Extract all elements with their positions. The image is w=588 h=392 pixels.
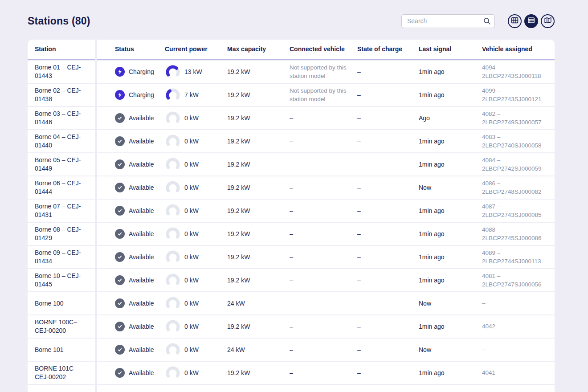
map-view-button[interactable] bbox=[541, 14, 555, 28]
station-name-cell[interactable]: Borne 100 bbox=[28, 292, 95, 314]
connected-vehicle-cell: – bbox=[290, 230, 357, 238]
max-capacity-value: 19.2 kW bbox=[227, 184, 250, 191]
status-cell: Available bbox=[115, 136, 165, 146]
status-label: Available bbox=[129, 138, 154, 145]
station-name-cell[interactable]: Borne 06 – CEJ-01444 bbox=[28, 176, 95, 199]
grid-view-button[interactable] bbox=[508, 14, 522, 28]
current-power-cell: 0 kW bbox=[165, 227, 227, 241]
available-check-icon bbox=[117, 347, 122, 352]
state-of-charge-value: – bbox=[357, 253, 361, 261]
state-of-charge-cell: – bbox=[357, 207, 419, 215]
state-of-charge-cell: – bbox=[357, 91, 419, 99]
station-details-cell[interactable]: Available 0 kW 24 kW – – Now bbox=[97, 292, 555, 314]
status-cell: Available bbox=[115, 275, 165, 285]
list-view-button[interactable] bbox=[524, 14, 538, 28]
connected-vehicle-cell: Not supported by this station model bbox=[290, 86, 357, 103]
power-gauge bbox=[165, 111, 181, 125]
view-toggle-group bbox=[508, 14, 555, 28]
table-row[interactable]: Borne 100 Available 0 kW bbox=[28, 292, 555, 314]
table-row[interactable]: Borne 03 – CEJ-01446 Available bbox=[28, 107, 555, 129]
max-capacity-cell: 24 kW bbox=[227, 299, 290, 307]
max-capacity-cell: 19.2 kW bbox=[227, 276, 290, 284]
vehicle-assigned-cell: – bbox=[482, 345, 555, 354]
station-details-cell[interactable]: Available 0 kW 19.2 kW – – 1min ago bbox=[97, 246, 555, 268]
table-row[interactable]: Borne 07 – CEJ-01431 Available bbox=[28, 200, 555, 222]
station-name-cell[interactable]: Borne 04 – CEJ-01440 bbox=[28, 130, 95, 152]
connected-vehicle-cell: – bbox=[290, 369, 357, 377]
last-signal-cell: 1min ago bbox=[419, 276, 482, 284]
max-capacity-cell: 19.2 kW bbox=[227, 114, 290, 122]
available-check-icon bbox=[117, 115, 122, 121]
max-capacity-value: 19.2 kW bbox=[227, 91, 250, 98]
table-row[interactable]: Borne 10 – CEJ-01445 Available bbox=[28, 269, 555, 291]
station-details-cell[interactable]: Available 0 kW 19.2 kW – – 1min ago bbox=[97, 315, 555, 338]
station-details-cell[interactable]: Available 0 kW 19.2 kW – – 1min ago bbox=[97, 130, 555, 152]
station-name-cell[interactable]: Borne 09 – CEJ-01434 bbox=[28, 246, 95, 268]
vehicle-assigned-value: – bbox=[482, 346, 486, 353]
station-details-cell[interactable]: Available 0 kW 19.2 kW – – 1min ago bbox=[97, 223, 555, 245]
station-name-cell[interactable]: BORNE 100C– CEJ-00200 bbox=[28, 315, 95, 338]
table-row[interactable]: Borne 04 – CEJ-01440 Available bbox=[28, 130, 555, 152]
state-of-charge-cell: – bbox=[357, 160, 419, 168]
station-name-cell[interactable]: Borne 07 – CEJ-01431 bbox=[28, 200, 95, 222]
station-name-cell[interactable]: Borne 03 – CEJ-01446 bbox=[28, 107, 95, 129]
available-check-icon bbox=[117, 139, 122, 144]
status-cell: Available bbox=[115, 113, 165, 123]
station-name-cell[interactable]: Borne 01 – CEJ-01443 bbox=[28, 61, 95, 83]
connected-vehicle-value: – bbox=[290, 138, 293, 145]
status-cell: Available bbox=[115, 322, 165, 331]
status-badge bbox=[115, 229, 125, 239]
search-input[interactable] bbox=[401, 14, 495, 28]
table-row[interactable]: Borne 05 – CEJ-01449 Available bbox=[28, 153, 555, 176]
station-details-cell[interactable]: Available 0 kW 19.2 kW – – Ago bbox=[97, 107, 555, 129]
status-badge bbox=[115, 136, 125, 146]
connected-vehicle-cell: – bbox=[290, 114, 357, 122]
station-details-cell[interactable]: Available 0 kW 19.2 kW – – Now bbox=[97, 176, 555, 199]
station-details-cell[interactable]: Available 0 kW 19.2 kW – – 1min ago bbox=[97, 200, 555, 222]
station-name-cell[interactable]: Borne 02 – CEJ-01438 bbox=[28, 84, 95, 106]
max-capacity-value: 19.2 kW bbox=[227, 207, 250, 214]
station-details-cell[interactable]: Charging 7 kW 19.2 kW Not supported by t… bbox=[97, 84, 555, 106]
state-of-charge-value: – bbox=[357, 230, 361, 237]
last-signal-cell: Now bbox=[419, 184, 482, 192]
table-row[interactable]: Borne 101 Available 0 kW bbox=[28, 339, 555, 361]
station-details-cell[interactable]: Available 0 kW 24 kW – – Now bbox=[97, 339, 555, 361]
status-cell: Available bbox=[115, 229, 165, 239]
station-name-cell[interactable]: Borne 10 – CEJ-01445 bbox=[28, 269, 95, 291]
status-label: Available bbox=[129, 323, 154, 330]
status-cell: Available bbox=[115, 206, 165, 216]
current-power-value: 0 kW bbox=[184, 138, 199, 145]
table-row[interactable]: BORNE 100C– CEJ-00200 Available bbox=[28, 315, 555, 338]
status-badge bbox=[115, 252, 125, 262]
station-details-cell[interactable]: Charging 13 kW 19.2 kW Not supported by … bbox=[97, 61, 555, 83]
last-signal-value: Now bbox=[419, 184, 431, 191]
vehicle-assigned-cell: 4082 – 2LBCP2749SJ000057 bbox=[482, 110, 555, 127]
current-power-cell: 7 kW bbox=[165, 88, 227, 102]
station-name-cell[interactable]: Borne 101 bbox=[28, 339, 95, 361]
table-row[interactable]: BORNE 101C – CEJ-00202 Available bbox=[28, 362, 555, 384]
power-gauge bbox=[165, 366, 181, 380]
status-cell: Available bbox=[115, 298, 165, 308]
state-of-charge-cell: – bbox=[357, 299, 419, 307]
station-name-cell[interactable]: BORNE 101C – CEJ-00202 bbox=[28, 362, 95, 384]
power-gauge bbox=[165, 227, 181, 241]
vehicle-assigned-value: 4088 – 2LBCP2745SJ000086 bbox=[482, 226, 542, 241]
table-row[interactable]: Borne 02 – CEJ-01438 Charging bbox=[28, 84, 555, 106]
table-row[interactable]: Borne 01 – CEJ-01443 Charging bbox=[28, 61, 555, 83]
current-power-value: 0 kW bbox=[184, 323, 199, 330]
last-signal-cell: 1min ago bbox=[419, 369, 482, 377]
status-cell: Available bbox=[115, 345, 165, 355]
table-row[interactable]: Borne 08 – CEJ-01429 Available bbox=[28, 223, 555, 245]
station-name-cell[interactable]: Borne 05 – CEJ-01449 bbox=[28, 153, 95, 176]
state-of-charge-value: – bbox=[357, 346, 361, 353]
station-name-cell[interactable]: Borne 08 – CEJ-01429 bbox=[28, 223, 95, 245]
current-power-cell: 0 kW bbox=[165, 320, 227, 333]
station-details-cell[interactable]: Available 0 kW 19.2 kW – – 1min ago bbox=[97, 153, 555, 176]
station-details-cell[interactable]: Available 0 kW 19.2 kW – – 1min ago bbox=[97, 269, 555, 291]
station-details-cell[interactable]: Available 0 kW 19.2 kW – – 1min ago bbox=[97, 362, 555, 384]
table-row[interactable]: Borne 09 – CEJ-01434 Available bbox=[28, 246, 555, 268]
status-cell: Available bbox=[115, 368, 165, 378]
current-power-cell: 13 kW bbox=[165, 65, 227, 78]
state-of-charge-cell: – bbox=[357, 323, 419, 331]
table-row[interactable]: Borne 06 – CEJ-01444 Available bbox=[28, 176, 555, 199]
